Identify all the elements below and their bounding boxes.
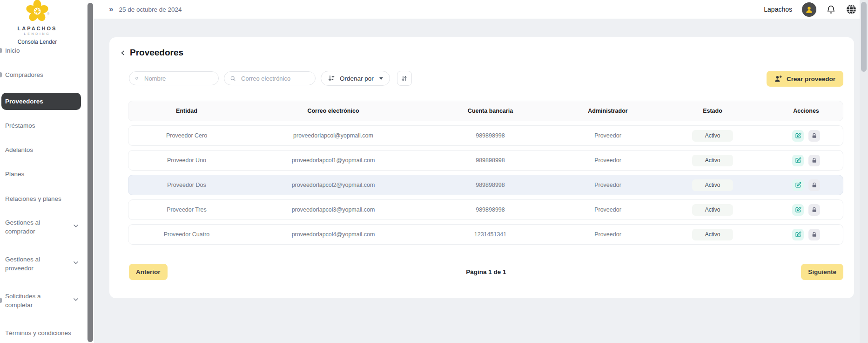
sidebar: ® LAPACHOS LENDING Consola Lender Inicio… <box>0 0 87 343</box>
sidebar-item-proveedores[interactable]: Proveedores <box>1 93 81 110</box>
cell-email: proveedorlapcol4@yopmail.com <box>245 231 422 238</box>
sidebar-item-gestiones-al-proveedor[interactable]: Gestiones al proveedor <box>0 255 87 273</box>
sidebar-item-label: Adelantos <box>5 145 33 154</box>
edit-pencil-square-icon <box>795 206 801 213</box>
table-row[interactable]: Proveedor Cero proveedorlapcol@yopmail.c… <box>128 125 843 146</box>
email-search-input[interactable] <box>240 75 310 82</box>
person-icon <box>805 5 814 14</box>
sidebar-item-gestiones-al-comprador[interactable]: Gestiones al comprador <box>0 218 87 236</box>
page-header: Proveedores <box>120 48 183 58</box>
sidebar-item-solicitudes-a-completar[interactable]: Solicitudes a completar <box>0 292 87 309</box>
lock-button[interactable] <box>808 179 820 191</box>
create-provider-label: Crear proveedor <box>787 75 835 82</box>
sidebar-item-terminos-y-condiciones[interactable]: Términos y condiciones <box>0 329 87 337</box>
table-header-row: Entidad Correo electrónico Cuenta bancar… <box>128 101 843 121</box>
sidebar-item-prestamos[interactable]: Préstamos <box>0 121 87 130</box>
cell-admin: Proveedor <box>559 182 657 188</box>
cell-admin: Proveedor <box>559 132 657 139</box>
sidebar-item-label: Términos y condiciones <box>5 329 71 337</box>
sort-by-dropdown[interactable]: Ordenar por <box>321 71 390 86</box>
lock-button[interactable] <box>808 229 820 240</box>
cell-entity: Proveedor Uno <box>128 157 245 164</box>
sidebar-scrollbar-thumb[interactable] <box>87 3 93 342</box>
brand-name: LAPACHOS <box>0 26 74 31</box>
sidebar-item-label: Gestiones al proveedor <box>5 255 60 273</box>
create-provider-button[interactable]: Crear proveedor <box>767 71 843 87</box>
console-subtitle: Consola Lender <box>0 39 74 45</box>
user-avatar[interactable] <box>802 2 816 17</box>
person-plus-icon <box>774 75 782 83</box>
breadcrumb: » 25 de octubre de 2024 <box>109 0 182 19</box>
column-header-acciones: Acciones <box>768 108 844 114</box>
brand-tagline: LENDING <box>0 32 74 35</box>
sidebar-item-planes[interactable]: Planes <box>0 170 87 178</box>
cell-account: 989898998 <box>422 182 559 188</box>
sort-amount-icon <box>328 75 335 82</box>
providers-panel: Proveedores Ordenar por <box>109 37 854 298</box>
collapse-sidebar-icon[interactable]: » <box>109 5 113 14</box>
sidebar-item-relaciones-y-planes[interactable]: Relaciones y planes <box>0 194 87 203</box>
edit-button[interactable] <box>792 130 804 142</box>
table-row[interactable]: Proveedor Dos proveedorlapcol2@yopmail.c… <box>128 175 843 195</box>
cell-email: proveedorlapcol3@yopmail.com <box>245 206 422 213</box>
sidebar-item-compradores[interactable]: Compradores <box>0 70 87 79</box>
name-search-field[interactable] <box>129 71 219 85</box>
column-header-administrador: Administrador <box>559 108 657 114</box>
sidebar-item-label: Relaciones y planes <box>5 194 61 203</box>
notifications-button[interactable] <box>826 5 836 14</box>
registered-mark: ® <box>47 12 49 15</box>
sidebar-item-label: Compradores <box>5 70 43 79</box>
lock-icon <box>811 158 817 164</box>
lock-button[interactable] <box>808 204 820 216</box>
edit-button[interactable] <box>792 179 804 191</box>
filter-bar: Ordenar por <box>129 71 412 86</box>
cell-entity: Proveedor Cuatro <box>128 231 245 238</box>
providers-table: Entidad Correo electrónico Cuenta bancar… <box>128 101 843 245</box>
table-row[interactable]: Proveedor Tres proveedorlapcol3@yopmail.… <box>128 199 843 220</box>
lock-icon <box>811 133 817 139</box>
topbar-actions: Lapachos <box>764 0 857 19</box>
edit-button[interactable] <box>792 204 804 216</box>
name-search-input[interactable] <box>143 75 213 82</box>
cell-admin: Proveedor <box>559 231 657 238</box>
cell-account: 989898998 <box>422 132 559 139</box>
sidebar-item-adelantos[interactable]: Adelantos <box>0 145 87 154</box>
email-search-field[interactable] <box>224 71 316 85</box>
cell-entity: Proveedor Cero <box>128 132 245 139</box>
status-badge: Activo <box>692 155 733 166</box>
cell-admin: Proveedor <box>559 157 657 164</box>
cell-email: proveedorlapcol1@yopmail.com <box>245 157 422 164</box>
page-scrollbar[interactable] <box>860 0 868 343</box>
chevron-down-icon <box>73 223 79 232</box>
cell-email: proveedorlapcol2@yopmail.com <box>245 182 422 188</box>
edit-button[interactable] <box>792 229 804 240</box>
cell-admin: Proveedor <box>559 206 657 213</box>
edit-button[interactable] <box>792 155 804 166</box>
lock-icon <box>811 232 817 238</box>
sidebar-scrollbar[interactable] <box>87 0 94 343</box>
language-button[interactable] <box>846 4 857 15</box>
edit-pencil-square-icon <box>795 132 801 139</box>
chevron-down-icon <box>73 296 79 305</box>
page-indicator: Página 1 de 1 <box>129 268 843 275</box>
sidebar-item-label: Proveedores <box>5 97 43 106</box>
sort-direction-button[interactable] <box>397 71 412 86</box>
caret-down-icon <box>379 77 383 80</box>
current-date: 25 de octubre de 2024 <box>119 6 182 13</box>
table-row[interactable]: Proveedor Cuatro proveedorlapcol4@yopmai… <box>128 224 843 245</box>
sidebar-item-label: Planes <box>5 170 24 178</box>
column-header-correo: Correo electrónico <box>245 108 422 114</box>
lock-button[interactable] <box>808 155 820 166</box>
cell-account: 989898998 <box>422 206 559 213</box>
search-icon <box>230 75 236 82</box>
org-name: Lapachos <box>764 6 792 13</box>
sidebar-item-inicio[interactable]: Inicio <box>0 46 87 55</box>
table-row[interactable]: Proveedor Uno proveedorlapcol1@yopmail.c… <box>128 150 843 171</box>
page-scrollbar-thumb[interactable] <box>861 2 867 72</box>
cell-entity: Proveedor Tres <box>128 206 245 213</box>
sort-by-label: Ordenar por <box>340 75 374 82</box>
page-title: Proveedores <box>130 48 183 58</box>
back-button[interactable] <box>120 49 127 57</box>
sidebar-item-label: Gestiones al comprador <box>5 218 60 236</box>
lock-button[interactable] <box>808 130 820 142</box>
